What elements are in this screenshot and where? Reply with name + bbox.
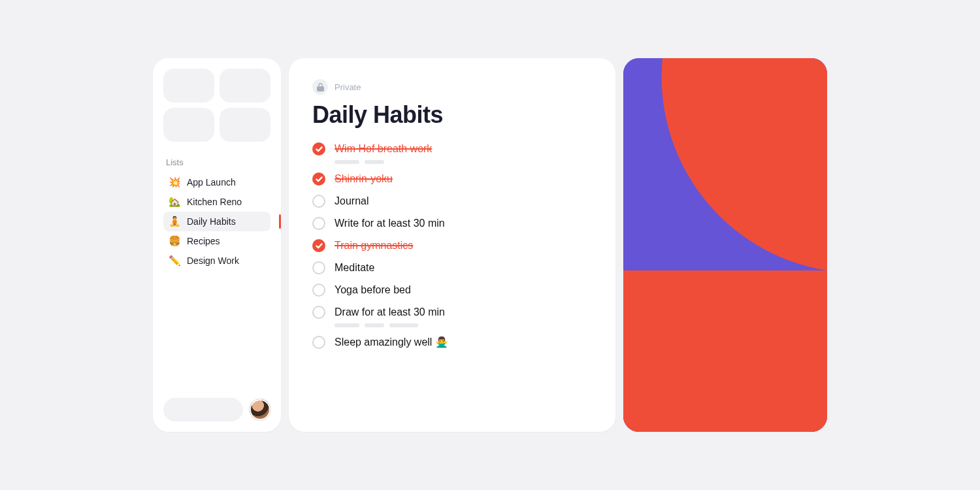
task-row: Write for at least 30 min [312, 214, 592, 233]
task-checkbox[interactable] [312, 261, 325, 274]
sidebar-top-tiles [163, 69, 270, 142]
task-row: Draw for at least 30 min [312, 302, 592, 330]
sidebar-item-recipes[interactable]: 🍔Recipes [163, 231, 270, 251]
task-meta [335, 160, 432, 164]
task-row: Yoga before bed [312, 280, 592, 300]
sidebar-item-label: Daily Habits [187, 216, 236, 227]
task-content: Wim Hof breath work [335, 142, 432, 164]
sidebar-tile[interactable] [163, 69, 214, 103]
task-content: Train gymnastics [335, 238, 413, 253]
task-label[interactable]: Shinrin-yoku [335, 172, 393, 186]
task-row: Sleep amazingly well 🙅‍♂️ [312, 333, 592, 352]
task-label[interactable]: Yoga before bed [335, 283, 411, 297]
task-label[interactable]: Draw for at least 30 min [335, 305, 445, 319]
sidebar-footer [163, 398, 270, 421]
list-emoji-icon: 🍔 [169, 235, 180, 247]
privacy-label: Private [335, 82, 361, 92]
task-content: Meditate [335, 261, 374, 275]
task-label[interactable]: Sleep amazingly well 🙅‍♂️ [335, 335, 448, 350]
task-checkbox[interactable] [312, 284, 325, 297]
list-emoji-icon: ✏️ [169, 255, 180, 267]
task-list: Wim Hof breath workShinrin-yokuJournalWr… [312, 139, 592, 352]
task-checkbox[interactable] [312, 195, 325, 208]
task-label[interactable]: Journal [335, 194, 368, 208]
task-content: Journal [335, 194, 368, 208]
sidebar: Lists 💥App Launch🏡Kitchen Reno🧘Daily Hab… [153, 58, 281, 432]
sidebar-item-app-launch[interactable]: 💥App Launch [163, 172, 270, 192]
privacy-row: Private [312, 79, 592, 95]
task-row: Wim Hof breath work [312, 139, 592, 167]
task-row: Shinrin-yoku [312, 169, 592, 189]
task-checkbox[interactable] [312, 336, 325, 349]
list-emoji-icon: 🧘 [169, 216, 180, 227]
sidebar-item-label: Design Work [187, 255, 239, 266]
task-row: Train gymnastics [312, 236, 592, 255]
sidebar-tile[interactable] [163, 108, 214, 142]
sidebar-item-daily-habits[interactable]: 🧘Daily Habits [163, 212, 270, 231]
task-content: Draw for at least 30 min [335, 305, 445, 327]
task-label[interactable]: Meditate [335, 261, 374, 275]
task-checkbox[interactable] [312, 239, 325, 252]
task-label[interactable]: Wim Hof breath work [335, 142, 432, 156]
decor-art [623, 58, 827, 432]
sidebar-item-label: Recipes [187, 236, 220, 246]
task-row: Journal [312, 191, 592, 211]
task-meta [335, 323, 445, 327]
sidebar-item-kitchen-reno[interactable]: 🏡Kitchen Reno [163, 192, 270, 212]
task-checkbox[interactable] [312, 306, 325, 319]
list-emoji-icon: 🏡 [169, 196, 180, 208]
task-label[interactable]: Write for at least 30 min [335, 216, 445, 231]
task-checkbox[interactable] [312, 142, 325, 155]
avatar[interactable] [250, 399, 270, 420]
sidebar-item-label: App Launch [187, 177, 236, 188]
page-title: Daily Habits [312, 101, 592, 129]
task-row: Meditate [312, 258, 592, 278]
task-checkbox[interactable] [312, 172, 325, 186]
lock-icon [312, 79, 328, 95]
task-label[interactable]: Train gymnastics [335, 238, 413, 253]
list-emoji-icon: 💥 [169, 176, 180, 188]
sidebar-list: 💥App Launch🏡Kitchen Reno🧘Daily Habits🍔Re… [163, 172, 270, 270]
task-checkbox[interactable] [312, 217, 325, 230]
task-content: Sleep amazingly well 🙅‍♂️ [335, 335, 448, 350]
task-content: Shinrin-yoku [335, 172, 393, 186]
sidebar-footer-pill[interactable] [163, 398, 243, 421]
sidebar-item-design-work[interactable]: ✏️Design Work [163, 251, 270, 270]
sidebar-tile[interactable] [220, 69, 270, 103]
sidebar-item-label: Kitchen Reno [187, 197, 242, 207]
app-shell: Lists 💥App Launch🏡Kitchen Reno🧘Daily Hab… [153, 58, 827, 432]
main-panel: Private Daily Habits Wim Hof breath work… [289, 58, 615, 432]
task-content: Yoga before bed [335, 283, 411, 297]
task-content: Write for at least 30 min [335, 216, 445, 231]
sidebar-section-label: Lists [163, 157, 270, 167]
decor-panel [623, 58, 827, 432]
sidebar-tile[interactable] [220, 108, 270, 142]
